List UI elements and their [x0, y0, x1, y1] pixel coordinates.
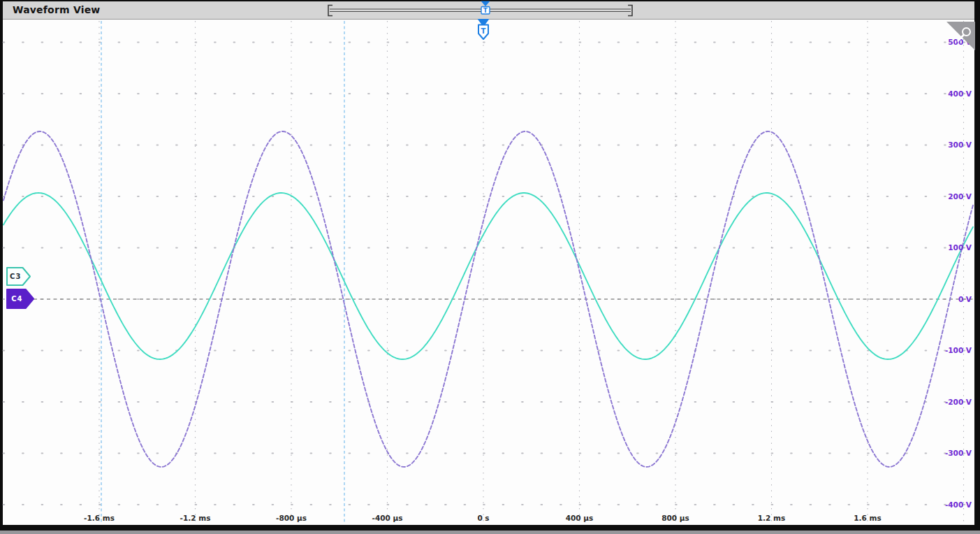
trigger-t-icon: T: [483, 7, 488, 14]
y-axis-label: -300 V: [945, 449, 972, 457]
y-axis-label: 300 V: [948, 140, 972, 149]
x-axis-label: 0 s: [477, 514, 489, 522]
trigger-t-icon: T: [481, 27, 486, 35]
waveform-view-window: Waveform View 500 V400 V300 V200 V100 V0…: [0, 0, 980, 534]
x-axis-label: -400 µs: [372, 514, 403, 522]
c3-channel-badge[interactable]: C3: [7, 268, 30, 285]
x-axis-label: -800 µs: [276, 514, 307, 522]
trigger-arrow-icon: [481, 1, 490, 7]
x-axis-label: 800 µs: [661, 514, 689, 522]
channel-badge-label: C3: [10, 273, 21, 280]
y-axis-label: 200 V: [948, 192, 972, 201]
c3-waveform-trace[interactable]: [3, 193, 973, 359]
trigger-position-flag[interactable]: T: [478, 19, 490, 39]
ruler-trigger-marker[interactable]: T: [481, 1, 490, 15]
y-axis-labels: 500 V400 V300 V200 V100 V0 V-100 V-200 V…: [945, 38, 972, 509]
y-axis-label: 400 V: [948, 89, 972, 98]
y-axis-label: -400 V: [945, 500, 972, 509]
x-axis-label: 1.2 ms: [758, 514, 785, 522]
y-axis-label: 0 V: [958, 295, 972, 303]
x-axis-label: 1.6 ms: [854, 514, 881, 522]
c4-channel-badge[interactable]: C4: [7, 289, 34, 308]
ruler-right-bracket-icon: [628, 6, 632, 16]
x-axis-label: 400 µs: [566, 514, 594, 522]
horizontal-record-ruler[interactable]: [328, 6, 632, 16]
y-axis-label: 100 V: [948, 243, 972, 252]
x-axis-label: -1.6 ms: [84, 514, 115, 522]
graticule: [3, 21, 974, 524]
x-axis-label: -1.2 ms: [180, 514, 211, 522]
ruler-left-bracket-icon: [328, 6, 332, 16]
y-axis-label: -200 V: [945, 398, 972, 406]
y-axis-label: -100 V: [945, 346, 972, 354]
x-axis-labels: -1.6 ms-1.2 ms-800 µs-400 µs0 s400 µs800…: [84, 514, 882, 522]
channel-badge-label: C4: [11, 295, 22, 303]
scope-scene: 500 V400 V300 V200 V100 V0 V-100 V-200 V…: [0, 0, 980, 534]
